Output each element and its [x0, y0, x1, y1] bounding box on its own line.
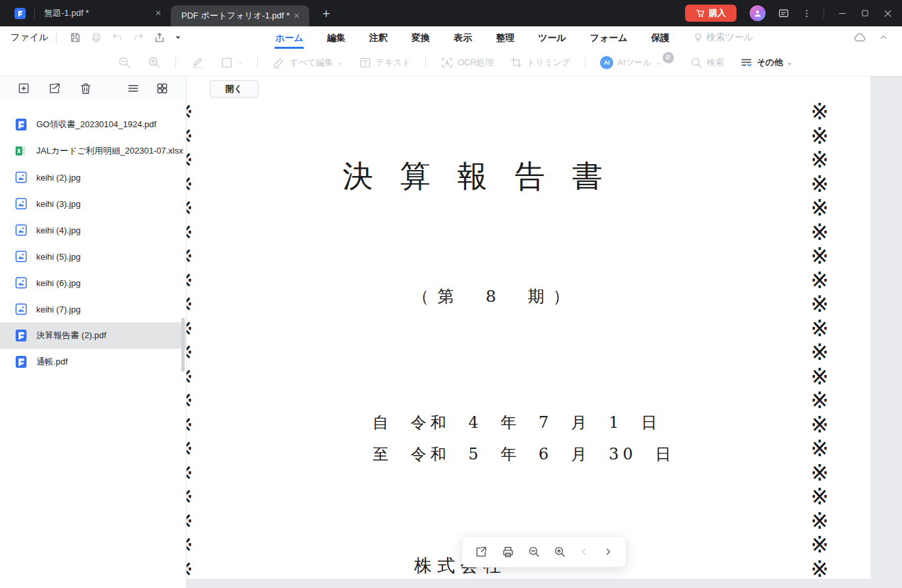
- page-border-pattern-right: ※※※※※※※※※※※※※※※※※※※※※: [808, 100, 831, 588]
- portfolio-file-row[interactable]: GO領収書_20230104_1924.pdf: [0, 111, 186, 138]
- pdf-file-icon: [15, 355, 28, 368]
- save-icon[interactable]: [69, 32, 81, 44]
- cloud-sync-icon[interactable]: [853, 31, 866, 44]
- open-button[interactable]: 開く: [210, 80, 258, 98]
- floating-toolbar: [462, 536, 626, 568]
- print-icon[interactable]: [90, 32, 102, 44]
- file-menu[interactable]: ファイル: [11, 32, 48, 44]
- crop-label: トリミング: [527, 57, 571, 69]
- sidebar-toolbar: [0, 76, 186, 100]
- close-button[interactable]: [883, 9, 893, 18]
- chevron-down-icon: ⌄: [655, 59, 661, 66]
- zoom-out-icon[interactable]: [117, 55, 131, 69]
- menu-tab-tools[interactable]: ツール: [537, 28, 567, 47]
- text-tool-label: テキスト: [376, 57, 411, 69]
- crop-icon: [510, 56, 523, 69]
- ai-icon: AI: [600, 56, 613, 69]
- buy-button[interactable]: 購入: [685, 5, 737, 22]
- tab-portfolio[interactable]: PDF ポートフォリオ-1.pdf * ✕: [171, 5, 309, 26]
- portfolio-file-row[interactable]: 決算報告書 (2).pdf: [0, 322, 186, 349]
- chevron-down-icon: ⌄: [237, 59, 243, 66]
- share-icon[interactable]: [154, 32, 165, 44]
- minimize-button[interactable]: [837, 9, 847, 18]
- delete-file-icon[interactable]: [79, 82, 92, 95]
- zoom-in-icon[interactable]: [147, 55, 161, 69]
- list-view-icon[interactable]: [127, 82, 140, 95]
- pdf-file-icon: [15, 329, 28, 342]
- xlsx-file-icon: [15, 144, 28, 158]
- ai-tools[interactable]: AI AIツール ⌄ 新: [600, 56, 673, 69]
- menu-tab-protect[interactable]: 保護: [651, 28, 671, 47]
- horizontal-scrollbar[interactable]: [187, 579, 902, 588]
- next-page-icon[interactable]: [603, 546, 613, 557]
- portfolio-file-row[interactable]: JALカードご利用明細_202301-07.xlsx: [0, 138, 186, 164]
- portfolio-sidebar: GO領収書_20230104_1924.pdf JALカードご利用明細_2023…: [0, 76, 187, 588]
- portfolio-file-row[interactable]: keihi (7).jpg: [0, 296, 186, 322]
- user-avatar[interactable]: [750, 5, 766, 21]
- redo-icon[interactable]: [133, 32, 144, 44]
- search-tool-label: 検索ツール: [707, 32, 754, 44]
- menu-tab-view[interactable]: 表示: [453, 28, 473, 47]
- file-name: 決算報告書 (2).pdf: [36, 330, 106, 341]
- edit-all-tool[interactable]: すべて編集 ⌄: [272, 56, 342, 69]
- more-tools[interactable]: その他 ⌄: [740, 56, 793, 69]
- more-label: その他: [757, 57, 783, 69]
- open-in-new-icon[interactable]: [475, 545, 488, 558]
- quickbar-dropdown-icon[interactable]: [175, 34, 181, 41]
- jpg-file-icon: [15, 171, 28, 184]
- crop-tool[interactable]: トリミング: [510, 56, 571, 69]
- previous-page-icon[interactable]: [579, 546, 589, 557]
- undo-icon[interactable]: [111, 32, 123, 44]
- ocr-tool[interactable]: OCR処理: [440, 56, 494, 69]
- grid-view-icon[interactable]: [156, 82, 169, 95]
- portfolio-file-row[interactable]: keihi (3).jpg: [0, 191, 186, 217]
- sidebar-scrollbar-thumb[interactable]: [181, 318, 185, 372]
- more-lines-icon: [740, 56, 753, 69]
- menu-tab-convert[interactable]: 変換: [411, 28, 431, 47]
- zoom-in-icon[interactable]: [553, 545, 566, 558]
- feedback-icon[interactable]: [777, 7, 790, 20]
- highlighter-icon[interactable]: [191, 55, 204, 69]
- menu-tab-comment[interactable]: 注釈: [369, 28, 388, 47]
- more-menu-icon[interactable]: [802, 9, 812, 18]
- document-viewport: 開く ※※※※※※※※※※※※※※※※※※※※※ ※※※※※※※※※※※※※※※…: [187, 76, 902, 588]
- tab-title: 無題-1.pdf *: [44, 7, 152, 19]
- toolbar-separator: [425, 57, 426, 69]
- tab-close-icon[interactable]: ✕: [291, 11, 303, 20]
- toolbar: ⌄ すべて編集 ⌄ テキスト OCR処理 トリミング: [0, 49, 902, 76]
- vertical-scrollbar[interactable]: [870, 76, 902, 588]
- print-icon[interactable]: [501, 545, 515, 559]
- maximize-button[interactable]: [860, 9, 870, 18]
- zoom-out-icon[interactable]: [527, 545, 541, 558]
- tab-untitled[interactable]: 無題-1.pdf * ✕: [43, 0, 171, 26]
- portfolio-file-row[interactable]: 通帳.pdf: [0, 349, 186, 375]
- file-name: keihi (6).jpg: [36, 278, 80, 288]
- app-logo-icon: [15, 8, 26, 19]
- extract-file-icon[interactable]: [48, 82, 61, 95]
- file-name: keihi (7).jpg: [36, 305, 80, 314]
- tab-close-icon[interactable]: ✕: [152, 9, 164, 18]
- toolbar-separator: [175, 57, 176, 69]
- collapse-toolbar-icon[interactable]: [878, 32, 889, 43]
- menu-tab-home[interactable]: ホーム: [274, 28, 304, 47]
- add-file-icon[interactable]: [17, 82, 30, 95]
- portfolio-file-row[interactable]: keihi (6).jpg: [0, 270, 186, 296]
- portfolio-file-row[interactable]: keihi (2).jpg: [0, 164, 186, 191]
- jpg-file-icon: [15, 223, 28, 237]
- document-term: （第 8 期）: [413, 285, 578, 307]
- search-tool-menu[interactable]: 検索ツール: [693, 32, 754, 44]
- menu-tab-organize[interactable]: 整理: [495, 28, 515, 47]
- menu-tab-form[interactable]: フォーム: [589, 28, 628, 47]
- portfolio-file-row[interactable]: keihi (5).jpg: [0, 243, 186, 270]
- menu-tab-edit[interactable]: 編集: [326, 28, 346, 47]
- shape-tool-icon[interactable]: ⌄: [220, 56, 243, 69]
- search-tool[interactable]: 検索: [690, 56, 724, 69]
- jpg-file-icon: [15, 250, 28, 263]
- file-name: 通帳.pdf: [36, 356, 68, 368]
- text-tool[interactable]: テキスト: [359, 56, 411, 69]
- new-tab-button[interactable]: ＋: [320, 5, 332, 22]
- tab-title: PDF ポートフォリオ-1.pdf *: [181, 10, 291, 22]
- pencil-icon: [272, 56, 286, 69]
- portfolio-file-list: GO領収書_20230104_1924.pdf JALカードご利用明細_2023…: [0, 100, 186, 375]
- portfolio-file-row[interactable]: keihi (4).jpg: [0, 217, 186, 243]
